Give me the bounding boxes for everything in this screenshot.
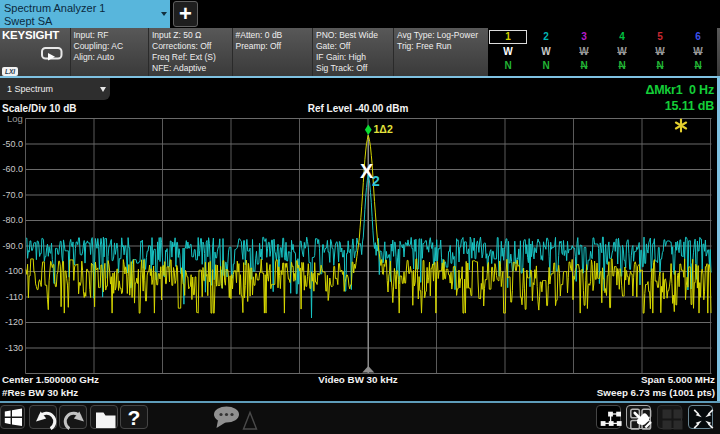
svg-text:2: 2 — [372, 173, 380, 189]
svg-text:1Δ2: 1Δ2 — [374, 123, 393, 135]
